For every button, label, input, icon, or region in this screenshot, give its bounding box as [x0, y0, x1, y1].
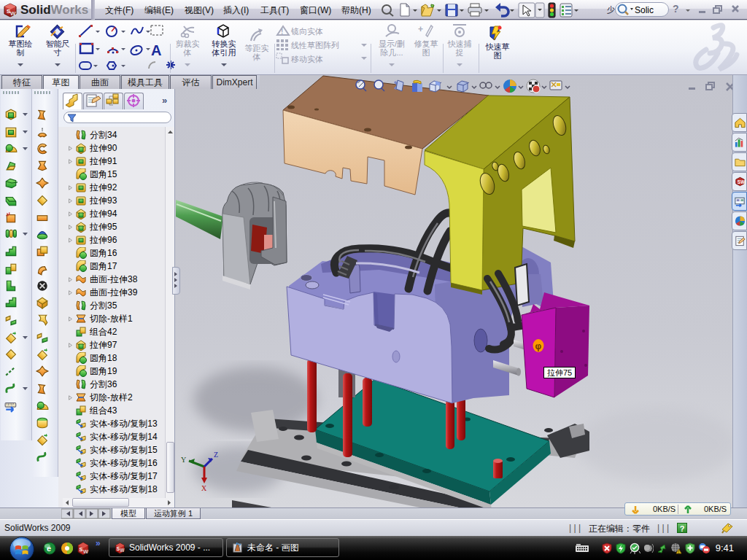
svg-text:SW: SW — [738, 179, 746, 184]
svg-text:W: W — [10, 10, 16, 17]
svg-text:+: + — [418, 24, 423, 34]
svg-text:S: S — [80, 546, 83, 553]
svg-text:X: X — [201, 484, 207, 492]
svg-text:e: e — [47, 544, 51, 553]
svg-text:!: ! — [281, 28, 283, 36]
svg-text:W: W — [83, 548, 89, 555]
svg-text:S: S — [117, 545, 120, 551]
svg-text:W: W — [120, 548, 125, 553]
svg-text:A: A — [151, 42, 161, 58]
svg-text:Z: Z — [214, 451, 218, 459]
svg-text:Y: Y — [181, 456, 186, 464]
svg-text:φ: φ — [535, 341, 542, 351]
